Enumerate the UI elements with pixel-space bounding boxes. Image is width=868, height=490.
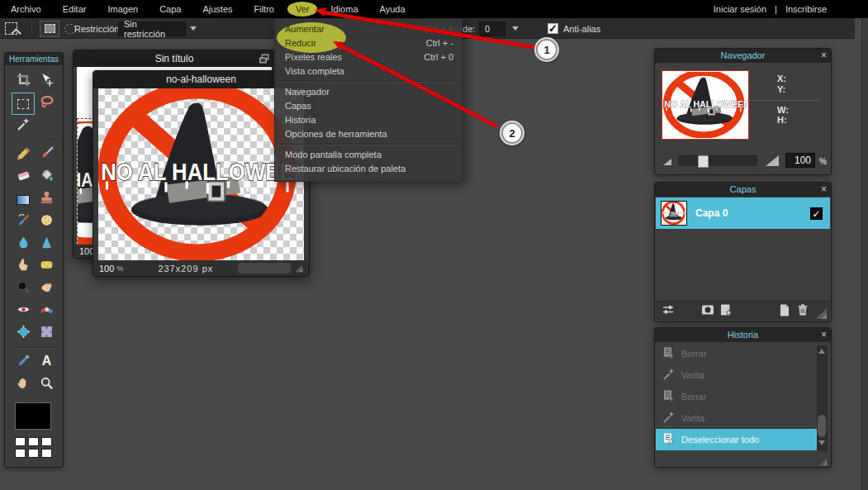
menu-editar[interactable]: Editar [52,0,97,18]
scroll-up-icon[interactable] [818,349,825,354]
history-item-varita[interactable]: Varita [656,364,830,386]
blur-tool[interactable] [12,233,35,255]
color-swatch[interactable] [28,449,39,458]
burn-tool[interactable] [35,278,58,300]
eyedropper-tool[interactable] [12,351,35,373]
layer-mask-icon[interactable] [701,303,714,320]
canvas-no-al-halloween[interactable]: NO AL HALLOWEEN [98,88,304,260]
menu-item-modo-pantalla-completa[interactable]: Modo pantalla completa [275,148,462,162]
resize-grip-icon[interactable] [814,307,824,316]
menu-item-reducir[interactable]: ReducirCtrl + - [275,36,462,50]
window-title-bar[interactable]: Sin título [74,50,275,67]
history-item-varita[interactable]: Varita [656,407,830,429]
red-eye-tool[interactable] [12,300,35,322]
layer-visibility-checkbox[interactable]: ✓ [810,207,823,220]
cookie-tool[interactable] [35,211,58,233]
zoom-slider-thumb[interactable] [698,155,709,168]
heal-tool[interactable] [35,300,58,322]
zoom-in-icon[interactable] [766,155,779,166]
layer-settings-icon[interactable] [662,303,675,320]
hand-tool[interactable] [12,373,35,396]
dodge-tool[interactable] [12,278,35,300]
menu-item-restaurar-ubicacion-de-paleta[interactable]: Restaurar ubicación de paleta [275,162,462,176]
menu-archivo[interactable]: Archivo [0,0,52,18]
sponge-icon [40,258,54,275]
resize-grip-icon[interactable] [294,264,303,273]
resize-grip-icon[interactable] [818,454,828,464]
wand-icon [17,117,31,135]
history-item-deseleccionar-todo[interactable]: Deseleccionar todo [656,429,818,450]
navigator-panel-title[interactable]: Navegador × [655,49,831,63]
color-replace-tool[interactable] [12,211,35,233]
bloat-tool[interactable] [12,322,35,345]
border-field[interactable]: 0 [479,18,505,39]
close-icon[interactable]: × [821,49,827,62]
antialias-checkbox[interactable]: ✓ [548,18,558,39]
window-restore-icon[interactable] [259,53,270,64]
menu-item-aumentar[interactable]: AumentarCtrl + + [275,22,462,36]
zoom-value-field[interactable]: 100 [785,153,815,168]
zoom-value[interactable]: 100 [99,264,114,274]
bucket-tool[interactable] [35,166,58,188]
menu-item-capas[interactable]: Capas [275,99,462,113]
smudge-tool[interactable] [12,255,35,278]
menu-capa[interactable]: Capa [149,0,192,18]
delete-layer-icon[interactable] [796,303,809,320]
menu-filtro[interactable]: Filtro [244,0,285,18]
restriction-dropdown-arrow[interactable] [190,18,197,39]
restriction-select[interactable]: Sin restricción [118,18,186,39]
close-icon[interactable]: × [821,183,827,196]
zoom-tool[interactable] [35,373,58,396]
heal-icon [40,302,54,320]
scrollbar-thumb[interactable] [818,415,826,437]
sign-in-link[interactable]: Iniciar sesión [714,4,766,14]
pinch-tool[interactable] [35,322,58,345]
history-item-borrar[interactable]: Borrar [656,343,830,364]
wand-tool[interactable] [12,115,35,137]
history-panel-title[interactable]: Historia × [655,328,831,342]
menu-item-navegador[interactable]: Navegador [275,85,462,99]
rect-marquee-mode-button[interactable] [40,18,59,39]
new-layer-icon[interactable] [778,303,791,320]
type-tool[interactable]: A [35,351,58,373]
sign-up-link[interactable]: Inscribirse [785,4,827,14]
menu-item-vista-completa[interactable]: Vista completa [275,64,462,78]
color-swatch[interactable] [15,437,26,446]
zoom-out-icon[interactable] [663,159,671,165]
pencil-tool[interactable] [12,144,35,166]
eraser-tool[interactable] [12,166,35,188]
history-item-borrar[interactable]: Borrar [656,386,830,407]
history-scrollbar[interactable] [817,345,828,451]
color-swatch[interactable] [41,437,52,446]
border-dropdown-arrow[interactable] [512,18,519,39]
tools-panel-title[interactable]: Herramientas [5,53,63,65]
layer-styles-icon[interactable] [719,303,733,320]
color-swatch[interactable] [41,449,52,458]
close-icon[interactable]: × [821,328,827,341]
navigator-thumbnail[interactable]: NO AL HALLOWEEN [662,70,749,140]
menu-ver[interactable]: Ver [285,0,320,18]
gradient-tool[interactable] [12,188,35,211]
crop-tool[interactable] [12,70,35,93]
menu-idioma[interactable]: Idioma [320,0,368,18]
marquee-tool[interactable] [12,93,35,115]
menu-ayuda[interactable]: Ayuda [369,0,416,18]
menu-item-historia[interactable]: Historia [275,113,462,127]
stamp-tool[interactable] [35,188,58,211]
zoom-slider[interactable] [678,155,757,166]
foreground-color-swatch[interactable] [15,402,51,430]
menu-item-opciones-de-herramienta[interactable]: Opciones de herramienta [275,127,462,141]
menu-imagen[interactable]: Imagen [97,0,149,18]
sponge-tool[interactable] [35,255,58,278]
layer-row-capa-0[interactable]: NO AL HALLOWEEN Capa 0 ✓ [656,197,830,229]
scroll-down-icon[interactable] [818,440,825,445]
color-swatch[interactable] [28,437,39,446]
lasso-tool[interactable] [35,93,58,115]
menu-item-pixeles-reales[interactable]: Píxeles realesCtrl + 0 [275,50,462,64]
layers-panel-title[interactable]: Capas × [655,183,831,197]
brush-tool[interactable] [35,144,58,166]
color-swatch[interactable] [15,449,26,458]
sharpen-tool[interactable] [35,233,58,255]
menu-ajustes[interactable]: Ajustes [192,0,243,18]
move-tool[interactable] [35,70,58,93]
